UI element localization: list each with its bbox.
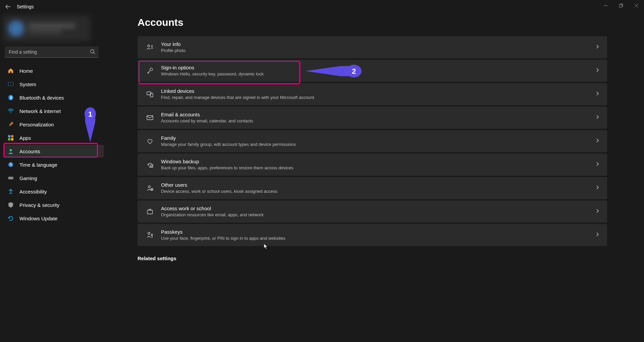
svg-point-20 [148,45,150,47]
backup-icon [145,161,155,168]
row-windows-backup[interactable]: Windows backup Back up your files, apps,… [138,154,607,176]
svg-rect-10 [8,135,10,137]
windows-update-icon [7,215,14,222]
nav-list: Home System Bluetooth & devices Network … [3,64,104,225]
home-icon [7,67,14,74]
svg-line-5 [94,53,95,54]
related-settings-header: Related settings [138,255,607,261]
svg-point-35 [151,234,153,235]
svg-point-14 [10,149,12,152]
chevron-right-icon [595,44,600,50]
main-content: Accounts Your info Profile photo Sign-in… [138,17,607,261]
privacy-icon [7,202,14,208]
minimize-icon [604,4,607,7]
nav-label: Privacy & security [19,202,59,208]
svg-rect-12 [8,138,10,140]
row-family[interactable]: Family Manage your family group, edit ac… [138,130,607,152]
svg-rect-1 [619,4,622,7]
sidebar: Home System Bluetooth & devices Network … [3,15,104,225]
nav-item-time-language[interactable]: Time & language [3,158,104,171]
nav-item-personalization[interactable]: Personalization [3,118,104,131]
nav-item-network[interactable]: Network & internet [3,105,104,117]
nav-item-apps[interactable]: Apps [3,131,104,144]
window-title: Settings [17,4,34,9]
network-icon [7,108,14,114]
svg-point-4 [91,50,94,53]
row-sign-in-options[interactable]: Sign-in options Windows Hello, security … [138,60,607,82]
nav-item-accessibility[interactable]: Accessibility [3,185,104,198]
back-arrow-icon [5,4,11,9]
search-input[interactable] [5,46,99,58]
nav-item-windows-update[interactable]: Windows Update [3,212,104,225]
row-subtitle: Device access, work or school users, kio… [161,188,595,194]
row-subtitle: Accounts used by email, calendar, and co… [161,118,595,124]
system-icon [7,81,14,88]
nav-item-accounts[interactable]: Accounts [3,145,104,158]
chevron-right-icon [595,138,600,144]
maximize-icon [619,4,623,7]
nav-label: Bluetooth & devices [19,95,64,101]
close-button[interactable] [629,0,644,11]
row-title: Other users [161,182,595,188]
page-title: Accounts [138,17,607,28]
family-icon [145,137,155,145]
row-subtitle: Manage your family group, edit account t… [161,141,595,148]
nav-item-bluetooth[interactable]: Bluetooth & devices [3,91,104,104]
row-subtitle: Profile photo [161,48,595,54]
chevron-right-icon [595,68,600,74]
nav-label: Network & internet [19,108,61,114]
chevron-right-icon [595,91,600,97]
row-subtitle: Organization resources like email, apps,… [161,212,595,218]
chevron-right-icon [595,209,600,215]
svg-rect-33 [147,210,153,214]
back-button[interactable] [3,1,13,12]
profile-card[interactable] [3,15,91,42]
nav-label: Time & language [19,162,57,168]
row-subtitle: Use your face, fingerprint, or PIN to si… [161,235,595,241]
nav-item-home[interactable]: Home [3,64,104,77]
avatar [8,20,24,37]
svg-rect-16 [8,177,13,179]
row-subtitle: Find, repair, and manage devices that ar… [161,95,595,101]
nav-label: Gaming [19,175,37,181]
search-icon [90,49,95,56]
row-subtitle: Back up your files, apps, preferences to… [161,165,595,171]
nav-label: Apps [19,135,31,141]
nav-label: Accessibility [19,189,47,194]
row-title: Access work or school [161,205,595,212]
settings-rows: Your info Profile photo Sign-in options … [138,36,607,246]
minimize-button[interactable] [598,0,613,11]
row-your-info[interactable]: Your info Profile photo [138,36,607,58]
bluetooth-icon [7,94,14,101]
nav-label: System [19,81,36,87]
nav-item-system[interactable]: System [3,78,104,91]
nav-label: Windows Update [19,216,57,221]
nav-label: Personalization [19,122,54,127]
row-email-accounts[interactable]: Email & accounts Accounts used by email,… [138,107,607,129]
row-linked-devices[interactable]: Linked devices Find, repair, and manage … [138,83,607,105]
personalization-icon [7,121,14,128]
row-passkeys[interactable]: Passkeys Use your face, fingerprint, or … [138,224,607,246]
svg-point-19 [10,189,11,190]
svg-point-34 [148,232,150,234]
nav-item-privacy[interactable]: Privacy & security [3,198,104,211]
svg-point-17 [9,178,10,178]
passkeys-icon [145,231,155,239]
svg-rect-27 [147,116,153,120]
svg-point-9 [10,112,11,113]
row-other-users[interactable]: Other users Device access, work or schoo… [138,177,607,199]
search-wrap [5,46,99,58]
row-title: Your info [161,41,595,48]
row-title: Family [161,135,595,141]
linked-devices-icon [145,91,155,98]
maximize-button[interactable] [613,0,629,11]
nav-item-gaming[interactable]: Gaming [3,172,104,184]
apps-icon [7,134,14,141]
chevron-right-icon [595,185,600,191]
svg-rect-11 [11,135,13,137]
row-title: Sign-in options [161,64,595,71]
gaming-icon [7,175,14,181]
chevron-right-icon [595,232,600,238]
row-work-school[interactable]: Access work or school Organization resou… [138,201,607,223]
row-title: Linked devices [161,88,595,95]
